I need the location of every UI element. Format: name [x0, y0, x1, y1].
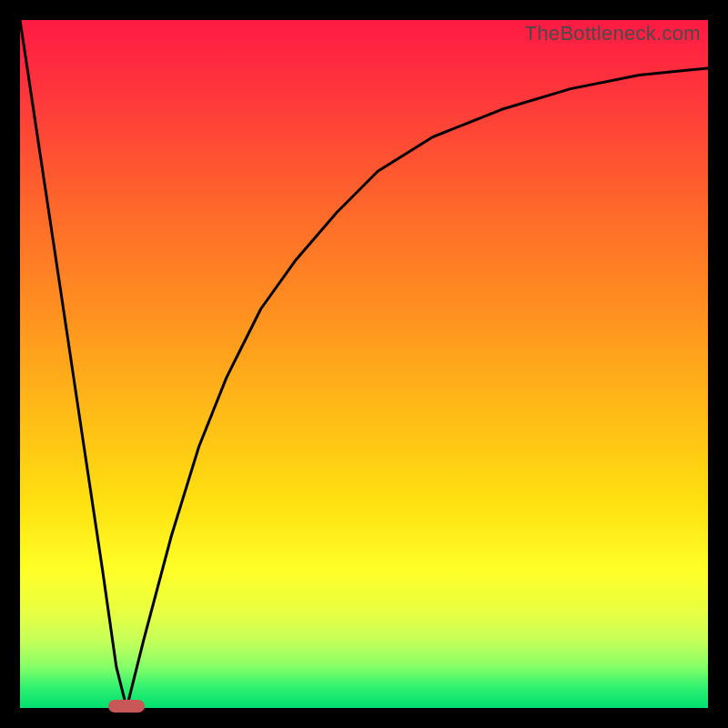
plot-area: TheBottleneck.com	[20, 20, 708, 708]
optimal-marker	[108, 700, 145, 713]
bottleneck-curve	[20, 20, 708, 708]
chart-frame: TheBottleneck.com	[0, 0, 728, 728]
curve-svg	[20, 20, 708, 708]
